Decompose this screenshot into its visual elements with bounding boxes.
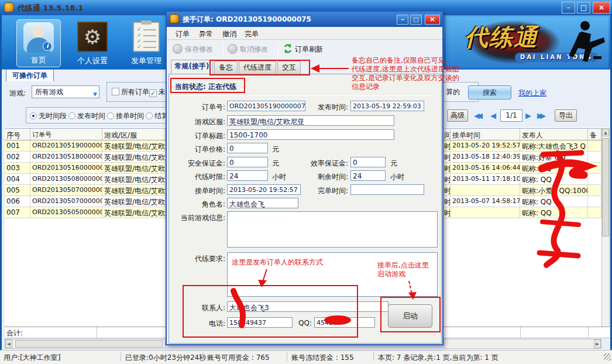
close-icon[interactable]: × — [593, 2, 610, 13]
checkbox-all-orders[interactable]: 所有订单 — [112, 87, 149, 97]
app-window: 代练通 13.5.18.1 – □ × i 首页 ⚙ 个人设置 ✓ ✓ ✓ — [0, 0, 612, 364]
page-first-icon[interactable]: ◀◀ — [474, 111, 480, 120]
cancel-changes-button[interactable]: 取消修改 — [228, 44, 268, 54]
time-filter-group: 无时间段 发布时间 接单时间 结算时 — [26, 107, 166, 123]
tab-operable-orders[interactable]: 可操作订单 — [6, 69, 54, 81]
chevron-down-icon: ▼ — [93, 88, 97, 100]
tab-memo[interactable]: 备忘 — [214, 61, 238, 74]
game-filter-value: 所有游戏 — [35, 88, 63, 96]
order-no-field[interactable]: ORD2013051900000075 — [227, 101, 305, 111]
dialog-close-icon[interactable]: × — [425, 15, 440, 25]
scroll-left-icon[interactable]: ◀ — [5, 339, 12, 348]
dialog-maximize-icon[interactable]: □ — [410, 15, 422, 25]
table-row[interactable]: 时昵称: QQ — [443, 207, 601, 218]
menu-revoke[interactable]: 撤消 — [222, 29, 236, 39]
take-order-dialog: 接手订单: ORD2013051900000075 – □ × 订单 异常 撤消… — [166, 11, 443, 345]
radio-no-time[interactable]: 无时间段 — [30, 111, 67, 121]
table-row[interactable]: 007ORD2013050500000018英雄联盟/电信/艾欧尼 — [5, 207, 166, 218]
order-no-label: 订单号: — [173, 102, 225, 112]
table-row[interactable]: 时2013-05-16 14:06:44昵称: QQ — [443, 163, 601, 174]
remain-time-field[interactable]: 24 — [350, 170, 386, 181]
nav-orders-button[interactable]: ✓ ✓ ✓ ✓ 发单管理 — [124, 19, 169, 67]
table-row[interactable]: 时2013-05-18 12:40:39昵称:好基 QQ — [443, 152, 601, 163]
tab-general[interactable]: 常规(接手) — [171, 60, 213, 74]
table-row[interactable]: 002ORD2013051800000001英雄联盟/电信/艾欧尼 — [5, 152, 166, 163]
dialog-minimize-icon[interactable]: – — [397, 15, 408, 25]
tab-interaction[interactable]: 交互 — [277, 61, 301, 74]
save-icon — [173, 44, 183, 54]
server-field[interactable]: 英雄联盟/电信/艾欧尼亚 — [227, 115, 394, 126]
nav-settings-label: 个人设置 — [70, 56, 115, 66]
accept-time-field[interactable]: 2013-05-20 19:52:57 — [227, 184, 301, 195]
resize-grip[interactable] — [604, 353, 611, 360]
checkbox-icon — [112, 88, 119, 95]
price-field[interactable]: 0 — [227, 143, 268, 153]
app-icon — [4, 2, 14, 12]
nav-home-button[interactable]: i 首页 — [16, 19, 61, 67]
table-row[interactable]: 时2013-05-20 19:52:57昵称:大雄也会飞3 Q — [443, 140, 601, 152]
horizontal-scrollbar-right[interactable]: ▶ — [443, 339, 601, 349]
page-next-icon[interactable]: ▶ — [525, 111, 531, 120]
menu-complete[interactable]: 完单 — [245, 29, 259, 39]
table-row[interactable]: 004ORD2013050800000008英雄联盟/电信/艾欧尼 — [5, 174, 166, 185]
page-last-icon[interactable]: ▶▶ — [537, 111, 543, 120]
order-title-field[interactable]: 1500-1700 — [227, 129, 394, 140]
scroll-right-icon[interactable]: ▶ — [594, 339, 601, 348]
my-upline-link[interactable]: 我的上家 — [518, 88, 546, 98]
table-row[interactable]: 时昵称:小爱1 QQ:1000 — [443, 185, 601, 196]
table-header: 间 接单时间 发布人 备 — [443, 128, 601, 140]
phone-field[interactable]: 150849437 — [227, 317, 293, 328]
publish-time-field[interactable]: 2013-05-19 22:59:03 — [350, 101, 424, 111]
table-row[interactable]: 003ORD2013051600000008英雄联盟/电信/艾欧尼 — [5, 163, 166, 174]
role-name-field[interactable]: 大雄也会飞 — [227, 198, 298, 208]
table-row[interactable]: 005ORD2013050700000028英雄联盟/电信/艾欧尼 — [5, 185, 166, 196]
table-row[interactable]: 006ORD2013050700000007英雄联盟/电信/艾欧尼 — [5, 196, 166, 207]
nav-settings-button[interactable]: ⚙ 个人设置 — [70, 19, 115, 67]
safe-deposit-field[interactable]: 0 — [227, 157, 268, 167]
radio-accept-time[interactable]: 接单时间 — [107, 111, 144, 121]
requirement-textarea[interactable] — [227, 252, 438, 297]
menu-exception[interactable]: 异常 — [199, 29, 213, 39]
scrollbar-thumb[interactable] — [15, 340, 163, 348]
table-row[interactable]: 时2013-05-11 17:18:10昵称: QQ — [443, 174, 601, 185]
qq-field[interactable]: 454573 — [314, 317, 375, 328]
refresh-order-button[interactable]: 订单刷新 — [283, 43, 323, 54]
table-row[interactable]: 时2013-05-07 14:58:17昵称: QQ — [443, 196, 601, 207]
menu-order[interactable]: 订单 — [176, 29, 190, 39]
finish-time-field[interactable] — [350, 184, 424, 195]
radio-selected-icon — [30, 112, 37, 119]
time-limit-field[interactable]: 24 — [227, 170, 268, 181]
launch-game-button[interactable]: 启动 — [388, 304, 432, 328]
scrollbar-thumb[interactable] — [602, 138, 609, 236]
export-button[interactable]: 导出 — [555, 109, 577, 122]
publish-time-label: 发布时间: — [301, 102, 348, 112]
game-filter-select[interactable]: 所有游戏 ▼ — [32, 85, 99, 98]
safe-deposit-label: 安全保证金: — [173, 159, 225, 169]
vertical-scrollbar[interactable]: ▲ ▼ — [601, 128, 610, 338]
finish-time-label: 完单时间: — [301, 186, 348, 196]
page-number-box[interactable]: 1/1 — [500, 109, 522, 122]
tab-progress[interactable]: 代练进度 — [239, 61, 276, 74]
table-row[interactable]: 001ORD2013051900000075英雄联盟/电信/艾欧尼 — [5, 140, 166, 152]
horizontal-scrollbar-left[interactable]: ◀ — [5, 339, 166, 349]
radio-publish-time[interactable]: 发布时间 — [68, 111, 105, 121]
hour-unit: 小时 — [390, 172, 404, 182]
eff-deposit-field[interactable]: 0 — [350, 157, 386, 167]
remain-time-label: 剩余时间: — [301, 172, 348, 182]
minimize-icon[interactable]: – — [562, 2, 575, 13]
save-changes-button[interactable]: 保存修改 — [173, 44, 213, 54]
divider — [171, 95, 435, 96]
yuan-unit: 元 — [272, 159, 279, 169]
status-bar: 用户:[大神工作室] 已登录:0小时23分钟24秒 账号可用资金 : 765 账… — [0, 350, 612, 364]
yuan-unit: 元 — [272, 145, 279, 154]
advanced-button[interactable]: 高级 — [447, 109, 468, 122]
scroll-up-icon[interactable]: ▲ — [602, 129, 609, 136]
contact-field[interactable]: 大雄也会飞3 — [227, 301, 388, 312]
search-button[interactable]: 搜索 — [468, 85, 511, 99]
price-label: 订单价格: — [173, 145, 225, 154]
status-page-info: 本页: 7 条记录,共:1 页,当前为第: 1 页 — [378, 353, 498, 363]
game-info-textarea[interactable] — [227, 211, 438, 248]
maximize-icon[interactable]: □ — [577, 2, 590, 13]
page-prev-icon[interactable]: ◀ — [490, 111, 496, 120]
status-frozen-funds: 账号冻结资金 : 155 — [291, 353, 354, 363]
